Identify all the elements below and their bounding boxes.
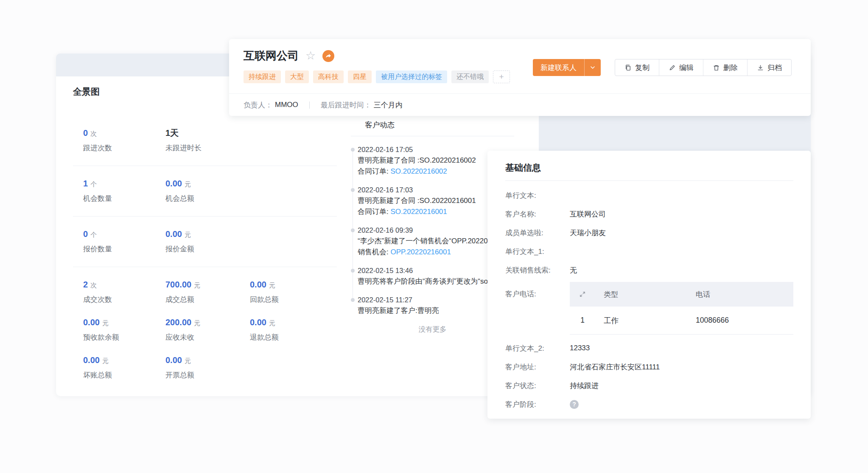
stat-label: 机会总额 — [165, 194, 250, 203]
stat-refund-total: 0.00元 退款总额 — [250, 317, 337, 342]
tag-chip: 持续跟进 — [244, 70, 281, 83]
stat-label: 机会数量 — [83, 194, 165, 203]
activity-link[interactable]: SO.20220216001 — [390, 208, 447, 216]
stat-number: 0.00 — [250, 280, 266, 289]
help-icon[interactable]: ? — [570, 400, 579, 409]
activity-link[interactable]: SO.20220216002 — [390, 167, 447, 175]
stat-label: 预收款余额 — [83, 332, 165, 342]
divider — [351, 136, 514, 136]
edit-icon — [669, 64, 676, 71]
stat-unit: 个 — [90, 180, 97, 188]
delete-icon — [713, 64, 720, 71]
header-actions: 新建联系人 复制 编辑 删除 归档 — [533, 59, 792, 76]
stat-number: 0.00 — [165, 179, 182, 188]
stat-deal-count: 2次 成交次数 — [83, 279, 165, 304]
info-label: 客户状态: — [505, 381, 570, 391]
stat-unit: 元 — [185, 180, 191, 188]
activity-link[interactable]: OPP.20220216001 — [390, 248, 451, 256]
customer-name: 互联网公司 — [244, 48, 299, 63]
phone-type-header: 类型 — [595, 290, 687, 299]
button-label: 编辑 — [679, 63, 694, 73]
stat-value: 0.00元 — [83, 355, 165, 366]
last-follow-value: 三个月内 — [374, 100, 403, 110]
stat-deal-total: 700.00元 成交总额 — [165, 279, 250, 304]
tag-chip: 大型 — [285, 70, 309, 83]
new-contact-split-button[interactable]: 新建联系人 — [533, 59, 601, 76]
overview-title: 全景图 — [73, 86, 100, 98]
edit-button[interactable]: 编辑 — [659, 59, 703, 76]
stat-label: 报价金额 — [165, 244, 250, 254]
info-label: 单行文本_1: — [505, 247, 570, 256]
activity-link-prefix: 合同订单: — [358, 167, 390, 175]
stat-unit: 元 — [102, 319, 109, 327]
stat-unit: 元 — [269, 282, 275, 289]
stat-value: 0.00元 — [165, 178, 250, 190]
delete-button[interactable]: 删除 — [703, 59, 747, 76]
activity-link-prefix: 销售机会: — [358, 248, 390, 256]
stat-payment-total: 0.00元 回款总额 — [250, 279, 337, 304]
tag-chip: 还不错哦 — [451, 70, 489, 83]
favorite-star-icon[interactable]: ☆ — [305, 50, 316, 62]
stat-unit: 元 — [102, 357, 109, 364]
expand-icon[interactable] — [570, 291, 595, 298]
info-row-status: 客户状态: 持续跟进 — [505, 376, 793, 395]
stat-number: 0.00 — [83, 318, 100, 327]
tag-chip: 高科技 — [313, 70, 344, 83]
info-row-stage: 客户阶段: ? — [505, 395, 793, 414]
archive-button[interactable]: 归档 — [747, 59, 791, 76]
phone-table-header: 类型 电话 — [570, 282, 793, 307]
phone-table-row: 1 工作 10086666 — [570, 307, 793, 335]
info-label: 客户阶段: — [505, 400, 570, 409]
info-value: 12333 — [570, 344, 590, 352]
customer-title-row: 互联网公司 ☆ — [244, 48, 334, 63]
info-label: 单行文本: — [505, 191, 570, 200]
owner-value: MMOO — [275, 101, 298, 109]
stat-value: 0个 — [83, 228, 165, 240]
phone-number-header: 电话 — [687, 290, 793, 299]
phone-number-value: 10086666 — [687, 316, 793, 325]
stat-label: 开票总额 — [165, 370, 250, 380]
chevron-down-icon[interactable] — [585, 59, 601, 76]
stat-value: 2次 — [83, 279, 165, 291]
button-label: 归档 — [767, 63, 782, 73]
stat-number: 200.00 — [165, 318, 191, 327]
overview-stats: 0次 跟进次数 1天 未跟进时长 1个 机会数量 0.00元 机会总额 — [73, 115, 337, 393]
stat-value: 0.00元 — [83, 317, 165, 329]
stat-receivable-unpaid: 200.00元 应收未收 — [165, 317, 250, 342]
phone-row-index: 1 — [570, 316, 595, 325]
new-contact-button[interactable]: 新建联系人 — [533, 63, 584, 73]
timeline-rail — [353, 149, 353, 300]
activity-link-prefix: 合同订单: — [358, 208, 390, 216]
info-label: 客户名称: — [505, 209, 570, 219]
copy-icon — [624, 64, 632, 71]
stat-label: 成交总额 — [165, 295, 250, 304]
stat-unit: 元 — [185, 357, 191, 364]
info-row-text: 单行文本: — [505, 186, 793, 205]
info-row-address: 客户地址: 河北省石家庄市长安区11111 — [505, 358, 793, 376]
header-meta-row: 负责人： MMOO 最后跟进时间： 三个月内 — [229, 93, 811, 116]
customer-tags: 持续跟进 大型 高科技 四星 被用户选择过的标签 还不错哦 + — [244, 70, 510, 83]
basic-info-panel: 基础信息 单行文本: 客户名称: 互联网公司 成员单选啦: 天瑞小朋友 单行文本… — [487, 151, 811, 419]
basic-info-title: 基础信息 — [505, 162, 793, 174]
last-follow-label: 最后跟进时间： — [321, 100, 371, 110]
transfer-icon[interactable] — [322, 50, 334, 62]
stat-quote-count: 0个 报价数量 — [83, 228, 165, 254]
stat-number: 0 — [83, 229, 88, 239]
stat-number: 0.00 — [250, 318, 266, 327]
stat-group-opportunity: 1个 机会数量 0.00元 机会总额 — [73, 166, 337, 217]
stat-unit: 次 — [90, 282, 97, 289]
stat-value: 0.00元 — [250, 279, 337, 291]
stat-unit: 元 — [185, 231, 191, 238]
info-value: 互联网公司 — [570, 209, 606, 219]
stat-bad-debt-total: 0.00元 坏账总额 — [83, 355, 165, 380]
stat-number: 1天 — [165, 128, 179, 138]
info-row-customer-name: 客户名称: 互联网公司 — [505, 205, 793, 223]
stat-value: 0.00元 — [165, 228, 250, 240]
activity-title: 客户动态 — [365, 120, 529, 130]
stat-opportunity-count: 1个 机会数量 — [83, 178, 165, 203]
stat-group-follow: 0次 跟进次数 1天 未跟进时长 — [73, 115, 337, 166]
copy-button[interactable]: 复制 — [615, 59, 659, 76]
stat-quote-amount: 0.00元 报价金额 — [165, 228, 250, 254]
add-tag-button[interactable]: + — [493, 70, 510, 83]
stat-number: 2 — [83, 280, 88, 289]
